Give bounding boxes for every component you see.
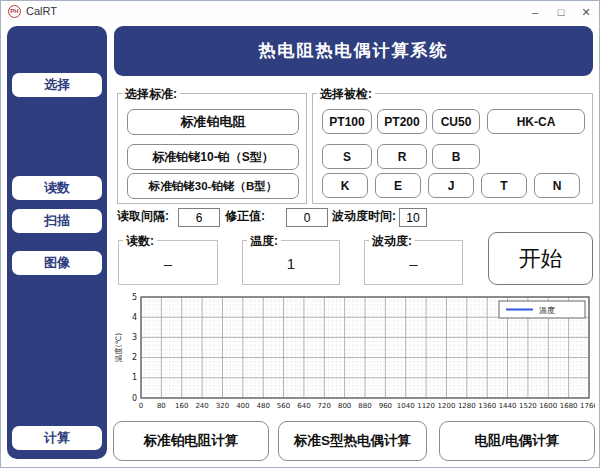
reading-label: 读数: bbox=[123, 233, 157, 250]
sidebar-item-scan[interactable]: 扫描 bbox=[12, 209, 102, 233]
svg-text:3: 3 bbox=[132, 333, 137, 342]
dut-hkca-button[interactable]: HK-CA bbox=[487, 109, 585, 134]
temperature-chart: 0801602403204004805606407208008809601040… bbox=[113, 290, 595, 414]
svg-text:1440: 1440 bbox=[499, 402, 517, 410]
svg-text:1200: 1200 bbox=[438, 402, 456, 410]
temperature-label: 温度: bbox=[247, 233, 281, 250]
standard-groupbox: 选择标准: 标准铂电阻 标准铂铑10-铂（S型） 标准铂铑30-铂铑（B型） bbox=[117, 93, 307, 204]
sidebar-item-reading[interactable]: 读数 bbox=[12, 176, 102, 200]
svg-text:240: 240 bbox=[195, 402, 208, 410]
standard-group-label: 选择标准: bbox=[122, 86, 180, 103]
resistance-couple-calc-button[interactable]: 电阻/电偶计算 bbox=[439, 421, 595, 461]
svg-text:560: 560 bbox=[277, 402, 290, 410]
temperature-display-box: 温度: 1 bbox=[242, 240, 340, 285]
dut-r-button[interactable]: R bbox=[377, 144, 427, 169]
svg-text:1040: 1040 bbox=[397, 402, 415, 410]
standard-pt-resistance-button[interactable]: 标准铂电阻 bbox=[127, 109, 299, 135]
maximize-button[interactable]: □ bbox=[549, 1, 573, 22]
standard-s-thermocouple-calc-button[interactable]: 标准S型热电偶计算 bbox=[278, 421, 427, 461]
fluctuation-display-box: 波动度: – bbox=[364, 240, 463, 285]
dut-group-label: 选择被检: bbox=[317, 86, 375, 103]
sidebar-item-image[interactable]: 图像 bbox=[12, 251, 102, 275]
window-title: CalRT bbox=[26, 5, 57, 17]
svg-text:1360: 1360 bbox=[478, 402, 496, 410]
read-interval-label: 读取间隔: bbox=[117, 206, 169, 227]
svg-text:1280: 1280 bbox=[458, 402, 476, 410]
svg-text:80: 80 bbox=[157, 402, 166, 410]
svg-text:1120: 1120 bbox=[417, 402, 435, 410]
dut-j-button[interactable]: J bbox=[428, 173, 474, 198]
svg-text:温度: 温度 bbox=[539, 306, 555, 315]
dut-e-button[interactable]: E bbox=[375, 173, 421, 198]
reading-display-box: 读数: – bbox=[118, 240, 218, 285]
sidebar: 选择 读数 扫描 图像 计算 bbox=[7, 26, 107, 459]
svg-text:160: 160 bbox=[175, 402, 188, 410]
app-window: PH CalRT – □ ✕ 选择 读数 扫描 图像 计算 热电阻热电偶计算系统… bbox=[0, 0, 600, 468]
read-interval-input[interactable] bbox=[178, 208, 220, 227]
close-button[interactable]: ✕ bbox=[574, 1, 598, 22]
minimize-button[interactable]: – bbox=[523, 1, 547, 22]
svg-text:960: 960 bbox=[379, 402, 392, 410]
fluctuation-time-label: 波动度时间: bbox=[332, 206, 396, 227]
standard-s-type-button[interactable]: 标准铂铑10-铂（S型） bbox=[127, 144, 299, 170]
title-bar: PH CalRT – □ ✕ bbox=[1, 1, 599, 22]
svg-text:400: 400 bbox=[236, 402, 249, 410]
svg-text:0: 0 bbox=[132, 394, 137, 403]
svg-text:0: 0 bbox=[139, 402, 143, 410]
dut-s-button[interactable]: S bbox=[322, 144, 372, 169]
dut-b-button[interactable]: B bbox=[432, 144, 480, 169]
fluctuation-label: 波动度: bbox=[369, 233, 415, 250]
correction-input[interactable] bbox=[286, 208, 328, 227]
dut-cu50-button[interactable]: CU50 bbox=[432, 109, 480, 134]
dut-n-button[interactable]: N bbox=[534, 173, 580, 198]
svg-text:880: 880 bbox=[358, 402, 371, 410]
svg-text:1: 1 bbox=[132, 373, 137, 382]
svg-text:800: 800 bbox=[338, 402, 351, 410]
standard-pt-resistance-calc-button[interactable]: 标准铂电阻计算 bbox=[113, 421, 269, 461]
dut-pt200-button[interactable]: PT200 bbox=[377, 109, 427, 134]
correction-label: 修正值: bbox=[225, 206, 265, 227]
dut-t-button[interactable]: T bbox=[481, 173, 527, 198]
svg-text:4: 4 bbox=[132, 313, 137, 322]
svg-text:1600: 1600 bbox=[539, 402, 557, 410]
svg-text:1680: 1680 bbox=[560, 402, 578, 410]
svg-text:1520: 1520 bbox=[519, 402, 537, 410]
fluctuation-time-input[interactable] bbox=[399, 208, 427, 227]
svg-text:温度(℃): 温度(℃) bbox=[114, 333, 123, 362]
dut-k-button[interactable]: K bbox=[322, 173, 368, 198]
svg-text:1760: 1760 bbox=[580, 402, 595, 410]
dut-groupbox: 选择被检: PT100 PT200 CU50 HK-CA S R B K E J… bbox=[312, 93, 593, 204]
dut-pt100-button[interactable]: PT100 bbox=[322, 109, 372, 134]
sidebar-item-calculate[interactable]: 计算 bbox=[12, 426, 102, 450]
svg-text:2: 2 bbox=[132, 353, 137, 362]
standard-b-type-button[interactable]: 标准铂铑30-铂铑（B型） bbox=[127, 173, 299, 199]
svg-text:5: 5 bbox=[132, 293, 137, 302]
page-title: 热电阻热电偶计算系统 bbox=[114, 26, 593, 76]
svg-text:640: 640 bbox=[297, 402, 310, 410]
app-icon: PH bbox=[8, 5, 21, 18]
svg-text:480: 480 bbox=[256, 402, 269, 410]
svg-text:320: 320 bbox=[216, 402, 229, 410]
start-button[interactable]: 开始 bbox=[488, 232, 593, 285]
svg-text:720: 720 bbox=[318, 402, 331, 410]
sidebar-item-select[interactable]: 选择 bbox=[12, 73, 102, 97]
